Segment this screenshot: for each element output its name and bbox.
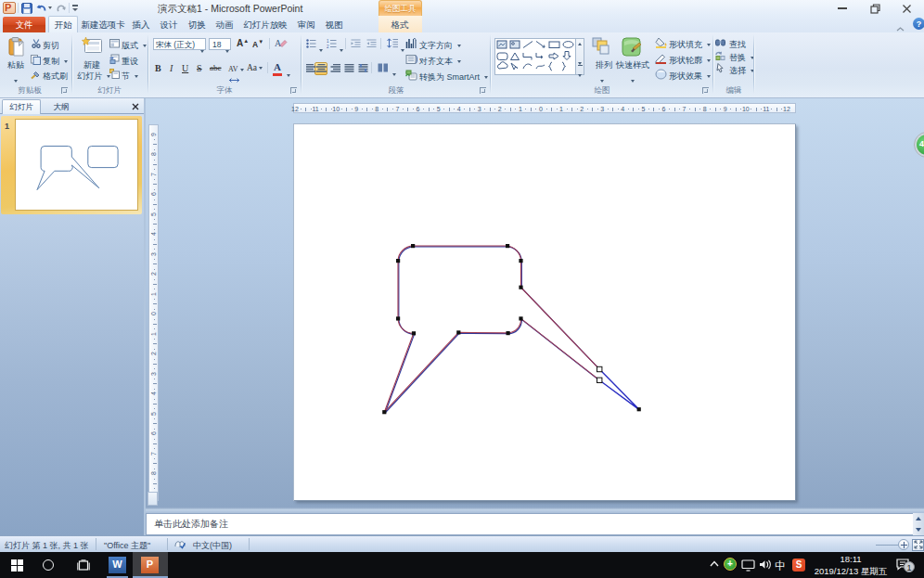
svg-text:A: A [275, 38, 282, 48]
svg-text:2: 2 [327, 45, 329, 48]
svg-text:1: 1 [327, 39, 329, 44]
